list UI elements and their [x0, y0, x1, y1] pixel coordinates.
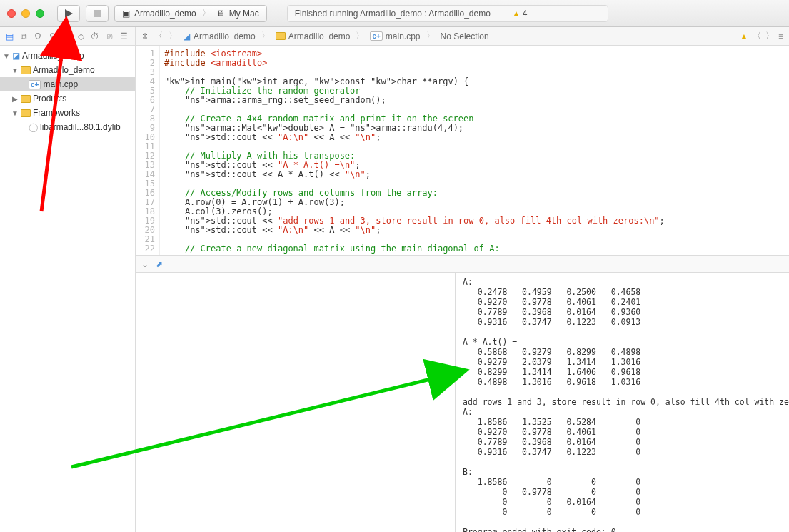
disclosure-triangle-icon[interactable]: ▼ [3, 52, 10, 60]
debug-bar: ⌄ ⬈ [136, 256, 789, 273]
jumpbar-symbol[interactable]: No Selection [441, 31, 489, 41]
jumpbar-project[interactable]: ◪ Armadillo_demo [183, 31, 256, 41]
navigator-selector: ▤ ⧉ Ω ⚲ ⚠ ◇ ⏱ ⎚ ☰ [0, 27, 136, 45]
project-navigator: ▼ ◪ Armadillo_demo ▼ Armadillo_demo c+ m… [0, 46, 136, 532]
jumpbar-symbol-label: No Selection [441, 31, 489, 41]
jumpbar-project-label: Armadillo_demo [194, 31, 256, 41]
folder-icon [276, 32, 286, 40]
status-text: Finished running Armadillo_demo : Armadi… [295, 9, 491, 19]
warning-icon: ▲ [512, 9, 521, 19]
tree-group-row[interactable]: ▼ Armadillo_demo [0, 63, 135, 77]
folder-icon [21, 95, 31, 103]
tree-products-row[interactable]: ▶ Products [0, 91, 135, 106]
tree-frameworks-label: Frameworks [33, 108, 80, 118]
cpp-file-icon: c+ [370, 31, 382, 41]
back-button[interactable]: 〈 [154, 30, 163, 42]
chevron-right-icon: 〉 [356, 30, 364, 42]
device-icon: 🖥 [216, 9, 225, 19]
tree-group-label: Armadillo_demo [33, 65, 95, 75]
svg-marker-0 [65, 9, 73, 18]
tree-project-label: Armadillo_demo [22, 51, 84, 61]
variables-view[interactable] [136, 273, 456, 532]
related-items-icon[interactable]: ⁜ [141, 31, 149, 41]
tree-file-label: main.cpp [43, 79, 78, 89]
folder-icon [21, 66, 31, 74]
svg-rect-1 [94, 10, 101, 17]
stop-button[interactable] [86, 5, 109, 22]
jump-bar: ⁜ 〈 〉 ◪ Armadillo_demo 〉 Armadillo_demo … [136, 27, 789, 45]
disclosure-triangle-icon[interactable]: ▼ [11, 109, 19, 117]
target-icon: ▣ [122, 9, 130, 19]
line-number-gutter: 12345678910111213141516171819202122 [136, 46, 160, 255]
cpp-file-icon: c+ [29, 80, 41, 89]
report-navigator-tab[interactable]: ☰ [119, 31, 129, 41]
toggle-debug-area-icon[interactable]: ⌄ [141, 259, 149, 269]
breakpoint-navigator-tab[interactable]: ⎚ [104, 31, 114, 41]
symbol-navigator-tab[interactable]: Ω [33, 31, 43, 41]
debug-navigator-tab[interactable]: ⏱ [90, 31, 100, 41]
activity-status: Finished running Armadillo_demo : Armadi… [287, 5, 608, 22]
console-text: A: 0.2478 0.4959 0.2500 0.4658 0.9270 0.… [463, 277, 789, 532]
find-navigator-tab[interactable]: ⚲ [47, 31, 57, 41]
scheme-target-label: Armadillo_demo [134, 9, 196, 19]
project-icon: ◪ [12, 51, 20, 61]
minimize-window-button[interactable] [21, 9, 30, 18]
play-icon [65, 9, 73, 18]
source-editor[interactable]: 12345678910111213141516171819202122 #inc… [136, 46, 789, 256]
project-icon: ◪ [183, 31, 191, 41]
tree-products-label: Products [33, 94, 66, 104]
navigator-tab-bar: ▤ ⧉ Ω ⚲ ⚠ ◇ ⏱ ⎚ ☰ ⁜ 〈 〉 ◪ Armadillo_demo… [0, 27, 789, 46]
test-navigator-tab[interactable]: ◇ [76, 31, 86, 41]
jumpbar-group[interactable]: Armadillo_demo [276, 31, 351, 41]
warning-count: 4 [523, 9, 528, 19]
chevron-right-icon: 〉 [426, 30, 435, 42]
jumpbar-group-label: Armadillo_demo [288, 31, 351, 41]
tree-file-row[interactable]: c+ main.cpp [0, 77, 135, 91]
navigate-issues-forward[interactable]: 〉 [765, 30, 774, 42]
warning-icon[interactable]: ▲ [740, 31, 748, 41]
zoom-window-button[interactable] [36, 9, 44, 18]
editor-options-icon[interactable]: ≡ [778, 31, 783, 41]
navigate-issues-back[interactable]: 〈 [753, 30, 761, 42]
scheme-device-label: My Mac [229, 9, 259, 19]
forward-button[interactable]: 〉 [169, 30, 177, 42]
framework-icon: ◯ [29, 122, 38, 132]
jumpbar-file[interactable]: c+ main.cpp [370, 31, 420, 41]
window-controls [7, 9, 44, 18]
jumpbar-file-label: main.cpp [386, 31, 421, 41]
scheme-selector[interactable]: ▣ Armadillo_demo 〉 🖥 My Mac [114, 5, 267, 22]
toolbar: ▣ Armadillo_demo 〉 🖥 My Mac Finished run… [0, 0, 789, 27]
main-split: ▼ ◪ Armadillo_demo ▼ Armadillo_demo c+ m… [0, 46, 789, 532]
close-window-button[interactable] [7, 9, 16, 18]
editor-area: 12345678910111213141516171819202122 #inc… [136, 46, 789, 532]
source-control-navigator-tab[interactable]: ⧉ [19, 31, 29, 41]
project-navigator-tab[interactable]: ▤ [4, 31, 14, 41]
disclosure-triangle-icon[interactable]: ▶ [11, 95, 19, 103]
disclosure-triangle-icon[interactable]: ▼ [11, 66, 19, 74]
source-code[interactable]: #include <iostream> #include <armadillo>… [160, 46, 789, 255]
debug-area: A: 0.2478 0.4959 0.2500 0.4658 0.9270 0.… [136, 273, 789, 532]
folder-icon [21, 109, 31, 117]
breakpoints-toggle-icon[interactable]: ⬈ [156, 259, 163, 269]
stop-icon [94, 10, 101, 17]
tree-dylib-label: libarmadil...80.1.dylib [40, 122, 121, 132]
run-button[interactable] [57, 5, 80, 22]
issue-navigator-tab[interactable]: ⚠ [61, 31, 71, 41]
console-output[interactable]: A: 0.2478 0.4959 0.2500 0.4658 0.9270 0.… [456, 273, 789, 532]
tree-dylib-row[interactable]: ◯ libarmadil...80.1.dylib [0, 120, 135, 134]
tree-frameworks-row[interactable]: ▼ Frameworks [0, 106, 135, 120]
warning-badge[interactable]: ▲ 4 [512, 9, 528, 19]
chevron-right-icon: 〉 [202, 7, 211, 19]
chevron-right-icon: 〉 [261, 30, 270, 42]
tree-project-row[interactable]: ▼ ◪ Armadillo_demo [0, 49, 135, 63]
